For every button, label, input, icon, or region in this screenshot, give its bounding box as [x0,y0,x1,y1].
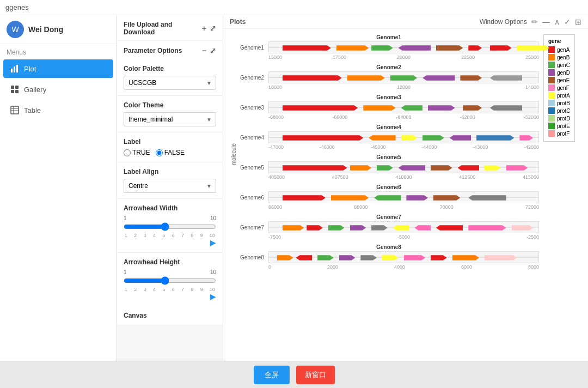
gene-arrow[interactable] [347,74,385,82]
gene-arrow[interactable] [283,193,326,202]
gene-arrow[interactable] [458,163,480,172]
legend-title: gene [548,38,570,44]
gene-arrow[interactable] [452,253,480,262]
gene-arrow[interactable] [283,74,342,82]
gene-arrow[interactable] [336,44,369,52]
axis-label: -2500 [526,234,539,240]
gene-arrow[interactable] [414,223,431,232]
axis-label: 68000 [354,204,367,210]
gene-arrow[interactable] [401,104,423,112]
gene-arrow[interactable] [331,193,369,202]
gene-arrow[interactable] [393,223,409,232]
gene-arrow[interactable] [377,163,393,172]
label-align-select[interactable]: Centre Left Right [124,179,216,193]
gene-arrow[interactable] [399,44,431,52]
label-true-option[interactable]: TRUE [124,149,150,156]
gene-arrow[interactable] [363,104,395,112]
gene-arrow[interactable] [460,74,482,82]
sidebar-header: W Wei Dong [0,15,117,44]
gene-arrow[interactable] [428,104,455,112]
gene-arrow[interactable] [328,223,345,232]
label-false-radio[interactable] [156,149,163,156]
arrowhead-width-slider[interactable] [124,222,216,231]
grid-icon[interactable]: ⊞ [575,17,581,26]
svg-rect-1 [14,66,15,72]
axis-label: 0 [268,264,271,270]
gene-arrow[interactable] [401,134,418,142]
gene-arrow[interactable] [339,253,356,262]
file-expand-icon[interactable]: ⤢ [210,24,216,33]
param-minus-icon[interactable]: − [202,46,206,55]
gene-arrow[interactable] [468,193,506,202]
sidebar-item-label-gallery: Gallery [24,86,46,94]
label-false-option[interactable]: FALSE [156,149,185,156]
gene-arrow[interactable] [406,193,428,202]
gene-arrow[interactable] [390,74,418,82]
chevron-up-icon[interactable]: ∧ [554,17,560,26]
gene-arrow[interactable] [307,223,323,232]
gene-arrow[interactable] [422,134,444,142]
color-theme-select[interactable]: theme_minimal theme_classic theme_bw [124,112,216,126]
gene-arrow[interactable] [404,253,426,262]
gene-arrow[interactable] [371,223,388,232]
gene-arrow[interactable] [283,104,358,112]
gene-arrow[interactable] [431,163,452,172]
gene-arrow[interactable] [436,44,463,52]
gene-arrow[interactable] [468,223,506,232]
arrowhead-height-arrow-icon[interactable]: ▶ [210,292,216,301]
color-palette-select[interactable]: UCSCGB Set1 Set2 Paired [124,76,216,90]
gene-arrow[interactable] [463,104,482,112]
gene-arrow[interactable] [512,223,534,232]
gene-arrow[interactable] [431,253,447,262]
gene-arrow[interactable] [283,223,304,232]
gene-arrow[interactable] [277,253,293,262]
gene-arrow[interactable] [296,253,313,262]
gene-arrow[interactable] [433,193,461,202]
arrowhead-height-slider[interactable] [124,276,216,285]
label-true-radio[interactable] [124,149,131,156]
pencil-icon[interactable]: ✏ [531,17,538,26]
gene-arrow[interactable] [369,134,396,142]
gene-arrow[interactable] [490,74,522,82]
minus-icon[interactable]: — [542,17,550,26]
gene-arrow[interactable] [436,223,463,232]
arrowhead-width-max: 10 [210,215,216,221]
gene-arrow[interactable] [283,134,364,142]
newwindow-button[interactable]: 新窗口 [296,366,335,384]
param-expand-icon[interactable]: ⤢ [210,46,216,55]
gene-arrow[interactable] [374,193,401,202]
genome-axis: 66000680007000072000 [238,204,539,210]
gene-arrow[interactable] [476,134,514,142]
gene-arrow[interactable] [506,163,528,172]
sidebar-item-gallery[interactable]: Gallery [3,80,113,99]
arrowhead-height-slider-container: 1 10 12345678910 ▶ [124,269,216,301]
legend-item-label: genA [557,47,569,53]
check-icon[interactable]: ✓ [564,17,571,26]
genome-title: Genome4 [238,124,539,130]
gene-arrow[interactable] [317,253,334,262]
file-plus-icon[interactable]: + [202,24,206,33]
gene-arrow[interactable] [490,104,522,112]
gene-arrow[interactable] [283,163,347,172]
gene-arrow[interactable] [350,223,366,232]
svg-rect-5 [11,90,14,93]
gene-arrow[interactable] [450,134,471,142]
gene-arrow[interactable] [490,44,512,52]
sidebar-item-plot[interactable]: Plot [3,59,113,78]
axis-label: 4000 [394,264,405,270]
gene-arrow[interactable] [422,74,455,82]
genome-track-row: Genome2 [238,71,539,83]
gene-arrow[interactable] [468,44,482,52]
gene-arrow[interactable] [485,163,501,172]
gene-arrow[interactable] [371,44,393,52]
arrowhead-width-arrow-icon[interactable]: ▶ [210,238,216,247]
gene-arrow[interactable] [519,134,533,142]
fullscreen-button[interactable]: 全屏 [254,366,290,384]
sidebar-item-table[interactable]: Table [3,101,113,119]
gene-arrow[interactable] [350,163,372,172]
gene-arrow[interactable] [399,163,426,172]
gene-arrow[interactable] [360,253,377,262]
gene-arrow[interactable] [382,253,399,262]
gene-arrow[interactable] [283,44,331,52]
gene-arrow[interactable] [485,253,517,262]
